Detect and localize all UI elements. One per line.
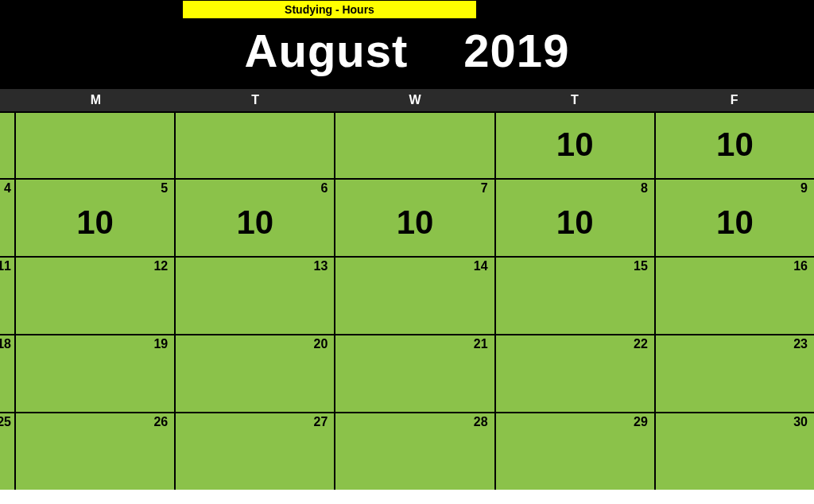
week-row: 18 19 20 21 22 23 — [0, 334, 814, 412]
calendar-cell[interactable]: 22 — [496, 335, 656, 412]
calendar-cell[interactable]: 23 — [656, 335, 814, 412]
month-year: August2019 — [0, 24, 814, 77]
calendar-cell[interactable]: 19 — [16, 335, 176, 412]
cell-value: 10 — [176, 204, 334, 242]
day-number: 23 — [793, 337, 808, 351]
weekday-col-mon: M — [16, 89, 176, 111]
weekday-col-fri: F — [654, 89, 814, 111]
calendar-cell[interactable]: 16 — [656, 258, 814, 334]
day-number: 28 — [474, 415, 488, 429]
calendar-cell[interactable]: 30 — [656, 413, 814, 490]
day-number: 30 — [793, 415, 808, 429]
day-number: 14 — [474, 259, 488, 273]
calendar-cell[interactable] — [176, 113, 335, 178]
calendar-cell[interactable]: 28 — [335, 413, 495, 490]
cell-value: 10 — [656, 204, 814, 242]
calendar-header: Studying - Hours August2019 — [0, 0, 814, 89]
calendar-cell[interactable]: 18 — [0, 335, 16, 412]
week-row: 4 5 10 6 10 7 10 8 10 9 10 — [0, 178, 814, 256]
calendar-cell[interactable]: 12 — [16, 258, 176, 334]
calendar-cell[interactable]: 11 — [0, 258, 16, 334]
calendar-cell[interactable]: 8 10 — [496, 180, 656, 256]
calendar-cell[interactable]: 10 — [496, 113, 656, 178]
calendar-cell[interactable]: 14 — [335, 258, 495, 334]
calendar-cell[interactable]: 21 — [335, 335, 495, 412]
day-number: 19 — [153, 337, 168, 351]
day-number: 9 — [800, 181, 808, 196]
calendar-cell[interactable] — [0, 113, 16, 178]
day-number: 22 — [634, 337, 648, 351]
calendar-cell[interactable]: 15 — [496, 258, 656, 334]
calendar-cell[interactable]: 10 — [656, 113, 814, 178]
day-number: 27 — [314, 415, 328, 429]
calendar-cell[interactable]: 20 — [176, 335, 335, 412]
day-number: 13 — [314, 259, 328, 273]
calendar-cell[interactable]: 9 10 — [656, 180, 814, 256]
day-number: 8 — [641, 181, 648, 196]
day-number: 18 — [0, 337, 11, 351]
day-number: 6 — [321, 181, 328, 196]
weekday-col-wed: W — [335, 89, 495, 111]
calendar-cell[interactable] — [335, 113, 495, 178]
weekday-header: M T W T F — [0, 89, 814, 111]
banner-title: Studying - Hours — [182, 0, 477, 19]
cell-value: 10 — [335, 204, 494, 242]
calendar-cell[interactable] — [16, 113, 176, 178]
calendar-cell[interactable]: 7 10 — [335, 180, 495, 256]
month-label: August — [245, 25, 409, 76]
day-number: 21 — [474, 337, 488, 351]
day-number: 4 — [4, 181, 11, 196]
cell-value: 10 — [496, 204, 654, 242]
cell-value: 10 — [16, 204, 174, 242]
calendar-cell[interactable]: 13 — [176, 258, 335, 334]
weekday-col-tue: T — [176, 89, 335, 111]
day-number: 12 — [153, 259, 168, 273]
year-label: 2019 — [463, 25, 569, 76]
calendar-cell[interactable]: 5 10 — [16, 180, 176, 256]
day-number: 29 — [634, 415, 648, 429]
calendar-body: 10 10 4 5 10 6 10 7 10 8 10 9 10 — [0, 111, 814, 490]
day-number: 16 — [793, 259, 808, 273]
calendar-cell[interactable]: 29 — [496, 413, 656, 490]
calendar-cell[interactable]: 26 — [16, 413, 176, 490]
cell-value: 10 — [496, 126, 654, 164]
day-number: 25 — [0, 415, 11, 429]
calendar-cell[interactable]: 27 — [176, 413, 335, 490]
week-row: 11 12 13 14 15 16 — [0, 256, 814, 334]
calendar-cell[interactable]: 6 10 — [176, 180, 335, 256]
week-row: 10 10 — [0, 111, 814, 178]
calendar-cell[interactable]: 4 — [0, 180, 16, 256]
weekday-col-thu: T — [494, 89, 654, 111]
day-number: 20 — [314, 337, 328, 351]
day-number: 5 — [161, 181, 168, 196]
week-row: 25 26 27 28 29 30 — [0, 412, 814, 490]
day-number: 26 — [153, 415, 168, 429]
day-number: 11 — [0, 259, 11, 273]
weekday-col-empty — [0, 89, 16, 111]
day-number: 15 — [634, 259, 648, 273]
cell-value: 10 — [656, 126, 814, 164]
calendar-cell[interactable]: 25 — [0, 413, 16, 490]
day-number: 7 — [481, 181, 488, 196]
